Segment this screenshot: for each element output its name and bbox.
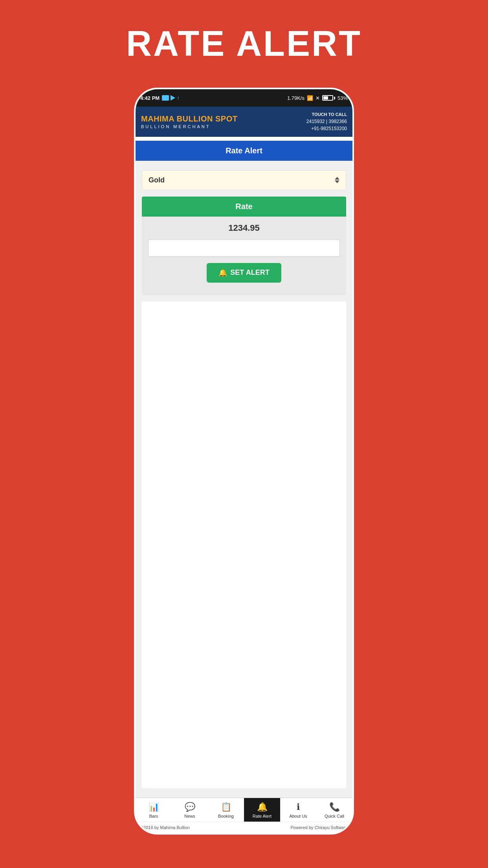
sim-icon: ✕ bbox=[316, 95, 320, 101]
about-us-label: About Us bbox=[289, 814, 307, 818]
rate-label: Rate bbox=[235, 202, 252, 211]
content-white-space bbox=[142, 302, 346, 789]
brand-sub: BULLION MERCHANT bbox=[141, 124, 237, 129]
nav-item-news[interactable]: 💬 News bbox=[172, 798, 208, 822]
rate-alert-icon: 🔔 bbox=[257, 802, 268, 812]
globe-icon bbox=[162, 95, 169, 101]
phone-number-1[interactable]: 2415932 | 3982366 bbox=[306, 118, 347, 125]
arrow-down-icon bbox=[335, 180, 339, 183]
blue-header-text: Rate Alert bbox=[226, 146, 262, 155]
nav-item-rate-alert[interactable]: 🔔 Rate Alert bbox=[244, 798, 280, 822]
rate-alert-label: Rate Alert bbox=[253, 814, 272, 818]
dropdown-selected-value: Gold bbox=[149, 176, 165, 184]
set-alert-label: SET ALERT bbox=[230, 268, 269, 277]
bars-icon: 📊 bbox=[149, 802, 159, 812]
wifi-icon: 📶 bbox=[307, 95, 313, 101]
arrow-up-icon bbox=[335, 177, 339, 180]
blue-header-bar: Rate Alert bbox=[136, 141, 352, 161]
alert-rate-input[interactable] bbox=[148, 239, 340, 257]
booking-label: Booking bbox=[218, 814, 234, 818]
battery-indicator bbox=[322, 95, 335, 101]
contact-info[interactable]: TOUCH TO CALL 2415932 | 3982366 +91-9825… bbox=[306, 111, 347, 132]
phone-number-2[interactable]: +91-9825153200 bbox=[306, 125, 347, 132]
status-icons: ↑ bbox=[162, 95, 180, 101]
battery-body bbox=[322, 95, 333, 101]
nav-item-booking[interactable]: 📋 Booking bbox=[208, 798, 244, 822]
dropdown-arrow-icon bbox=[335, 177, 339, 183]
bell-icon: 🔔 bbox=[218, 268, 227, 277]
footer-copyright: ©2018 by Mahima Bullion bbox=[140, 825, 190, 830]
arrow-icon: ↑ bbox=[177, 95, 180, 101]
alert-rate-input-container bbox=[148, 239, 340, 257]
main-content: Gold Rate 1234.95 🔔 SET ALERT bbox=[136, 161, 352, 798]
about-us-icon: ℹ bbox=[297, 802, 300, 812]
nav-item-about-us[interactable]: ℹ About Us bbox=[280, 798, 316, 822]
booking-icon: 📋 bbox=[221, 802, 231, 812]
rate-label-button: Rate bbox=[142, 197, 346, 217]
phone-frame: 4:42 PM ↑ 1.79K/s 📶 ✕ 53% MAHIMA BULLION… bbox=[134, 88, 354, 835]
battery-fill bbox=[323, 96, 328, 99]
status-time: 4:42 PM bbox=[140, 95, 160, 101]
dropdown-container: Gold bbox=[142, 170, 346, 190]
status-left: 4:42 PM ↑ bbox=[140, 95, 180, 101]
brand-left: MAHIMA BULLION SPOT BULLION MERCHANT bbox=[141, 114, 237, 129]
rate-section: Rate 1234.95 🔔 SET ALERT bbox=[142, 197, 346, 295]
rate-value-display: 1234.95 bbox=[142, 217, 346, 239]
status-bar: 4:42 PM ↑ 1.79K/s 📶 ✕ 53% bbox=[136, 89, 352, 107]
set-alert-wrapper: 🔔 SET ALERT bbox=[142, 257, 346, 295]
nav-item-quick-call[interactable]: 📞 Quick Call bbox=[316, 798, 352, 822]
app-header: MAHIMA BULLION SPOT BULLION MERCHANT TOU… bbox=[136, 107, 352, 137]
bars-label: Bars bbox=[149, 814, 158, 818]
quick-call-icon: 📞 bbox=[329, 802, 340, 812]
footer-powered-by: Powered by Chirayu Software bbox=[290, 825, 348, 830]
news-icon: 💬 bbox=[185, 802, 195, 812]
app-footer: ©2018 by Mahima Bullion Powered by Chira… bbox=[136, 822, 352, 833]
brand-name: MAHIMA BULLION SPOT bbox=[141, 114, 237, 123]
bottom-nav: 📊 Bars 💬 News 📋 Booking 🔔 Rate Alert ℹ A… bbox=[136, 798, 352, 822]
nav-item-bars[interactable]: 📊 Bars bbox=[136, 798, 172, 822]
white-strip bbox=[136, 137, 352, 141]
battery-percent: 53% bbox=[338, 95, 348, 101]
metal-dropdown[interactable]: Gold bbox=[142, 170, 346, 190]
play-icon bbox=[171, 95, 175, 101]
quick-call-label: Quick Call bbox=[325, 814, 344, 818]
battery-tip bbox=[334, 97, 335, 99]
touch-to-call-label: TOUCH TO CALL bbox=[306, 111, 347, 118]
news-label: News bbox=[184, 814, 195, 818]
network-speed: 1.79K/s bbox=[287, 95, 305, 101]
set-alert-button[interactable]: 🔔 SET ALERT bbox=[207, 263, 281, 283]
page-title: RATE ALERT bbox=[126, 24, 362, 64]
status-right: 1.79K/s 📶 ✕ 53% bbox=[287, 95, 348, 101]
